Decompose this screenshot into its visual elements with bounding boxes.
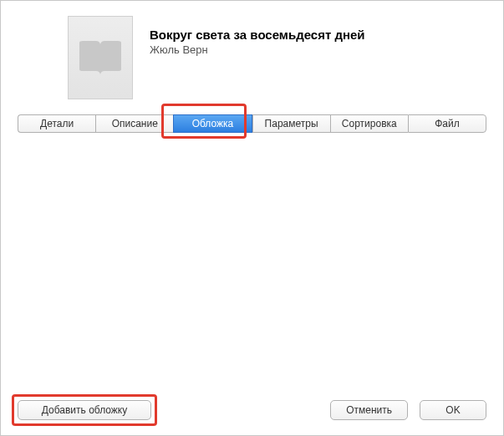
tabs-row: Детали Описание Обложка Параметры Сортир… — [1, 114, 503, 133]
tab-description[interactable]: Описание — [95, 114, 173, 133]
ok-button[interactable]: OK — [420, 400, 486, 420]
book-cover-placeholder — [68, 16, 133, 99]
title-block: Вокруг света за восемьдесят дней Жюль Ве… — [150, 16, 365, 56]
dialog-header: Вокруг света за восемьдесят дней Жюль Ве… — [1, 1, 503, 109]
book-title: Вокруг света за восемьдесят дней — [150, 28, 365, 42]
book-author: Жюль Верн — [150, 43, 365, 56]
book-properties-dialog: Вокруг света за восемьдесят дней Жюль Ве… — [0, 0, 504, 436]
footer-button-group: Отменить OK — [330, 400, 486, 420]
tab-cover[interactable]: Обложка — [173, 114, 252, 133]
cancel-button[interactable]: Отменить — [330, 400, 408, 420]
tabs-wrapper: Детали Описание Обложка Параметры Сортир… — [1, 109, 503, 133]
dialog-footer: Добавить обложку Отменить OK — [1, 388, 503, 435]
tab-file[interactable]: Файл — [408, 114, 486, 133]
tab-details[interactable]: Детали — [18, 114, 95, 133]
book-icon — [76, 38, 125, 78]
add-cover-wrap: Добавить обложку — [18, 400, 151, 420]
add-cover-button[interactable]: Добавить обложку — [18, 400, 151, 420]
content-area — [1, 133, 503, 388]
tab-options[interactable]: Параметры — [252, 114, 330, 133]
tab-sorting[interactable]: Сортировка — [330, 114, 408, 133]
